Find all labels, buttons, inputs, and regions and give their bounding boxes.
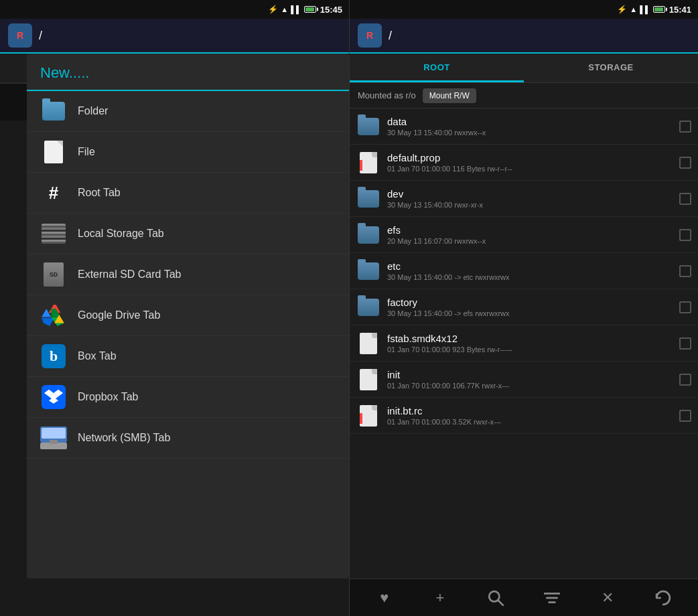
dropbox-icon-container [40, 384, 67, 410]
right-wifi-icon: ▲ [630, 5, 637, 13]
menu-item-dropbox-tab[interactable]: Dropbox Tab [27, 377, 349, 418]
menu-item-box-tab[interactable]: b Box Tab [27, 336, 349, 377]
file-item-dev[interactable]: dev 30 May 13 15:40:00 rwxr-xr-x [350, 181, 698, 217]
right-bottom-bar: ♥ + ✕ [350, 579, 698, 616]
right-app-logo [358, 23, 382, 48]
file-icon-default-prop [356, 151, 380, 175]
file-item-efs[interactable]: efs 20 May 13 16:07:00 rwxrwx--x [350, 217, 698, 253]
menu-label-box-tab: Box Tab [78, 350, 117, 362]
hash-icon: # [49, 184, 58, 202]
folder-icon-etc [356, 259, 380, 283]
file-checkbox-efs[interactable] [679, 229, 691, 241]
menu-label-file: File [78, 146, 95, 158]
network-icon-container [40, 425, 67, 451]
menu-label-network-tab: Network (SMB) Tab [78, 432, 170, 444]
menu-item-local-storage-tab[interactable]: Local Storage Tab [27, 214, 349, 254]
right-filter-icon[interactable] [539, 585, 565, 611]
file-checkbox-etc[interactable] [679, 265, 691, 277]
file-checkbox-dev[interactable] [679, 193, 691, 205]
folder-icon [42, 102, 65, 121]
file-icon-init [356, 368, 380, 392]
signal-icon: ▌▌ [291, 5, 301, 13]
svg-rect-1 [42, 428, 66, 439]
menu-item-folder[interactable]: Folder [27, 91, 349, 132]
file-item-factory[interactable]: factory 30 May 13 15:40:00 -> efs rwxrwx… [350, 289, 698, 325]
file-name-default-prop: default.prop [387, 152, 673, 163]
file-item-etc[interactable]: etc 30 May 13 15:40:00 -> etc rwxrwxrwx [350, 253, 698, 289]
gdrive-icon-container [40, 302, 67, 329]
storage-icon-container [40, 220, 67, 247]
right-battery-icon [653, 6, 665, 13]
mount-rw-button[interactable]: Mount R/W [423, 88, 476, 103]
file-meta-fstab: 01 Jan 70 01:00:00 923 Bytes rw-r----- [387, 345, 673, 354]
file-checkbox-default-prop[interactable] [679, 157, 691, 169]
file-checkbox-data[interactable] [679, 121, 691, 133]
file-icon-init-bt-rc [356, 404, 380, 428]
menu-label-local-storage-tab: Local Storage Tab [78, 228, 164, 240]
storage-icon [42, 224, 66, 244]
file-name-init-bt-rc: init.bt.rc [387, 405, 673, 416]
battery-icon [304, 6, 316, 13]
right-tab-bar: ROOT STORAGE [350, 54, 698, 83]
file-meta-data: 30 May 13 15:40:00 rwxrwx--x [387, 129, 673, 137]
folder-icon-efs [356, 223, 380, 247]
file-meta-init: 01 Jan 70 01:00:00 106.77K rwxr-x--- [387, 382, 673, 390]
sd-icon [44, 262, 64, 287]
right-panel: ⚡ ▲ ▌▌ 15:41 / ROOT STORAGE Mounted as r… [349, 0, 698, 616]
overlay-header: New..... [27, 54, 349, 91]
file-item-default-prop[interactable]: default.prop 01 Jan 70 01:00:00 116 Byte… [350, 145, 698, 181]
left-status-icons: ⚡ ▲ ▌▌ [268, 5, 316, 14]
file-item-init-bt-rc[interactable]: init.bt.rc 01 Jan 70 01:00:00 3.52K rwxr… [350, 398, 698, 434]
svg-rect-3 [50, 440, 58, 444]
dropbox-icon [42, 385, 66, 409]
overlay-title: New..... [40, 64, 89, 81]
gdrive-icon [42, 305, 66, 326]
right-tab-storage[interactable]: STORAGE [524, 54, 698, 82]
file-checkbox-init-bt-rc[interactable] [679, 410, 691, 422]
right-favorite-icon[interactable]: ♥ [371, 585, 398, 611]
file-checkbox-init[interactable] [679, 374, 691, 386]
hash-icon-container: # [40, 179, 67, 206]
menu-item-root-tab[interactable]: # Root Tab [27, 173, 349, 214]
file-item-init[interactable]: init 01 Jan 70 01:00:00 106.77K rwxr-x--… [350, 362, 698, 398]
menu-label-root-tab: Root Tab [78, 187, 121, 199]
file-meta-dev: 30 May 13 15:40:00 rwxr-xr-x [387, 201, 673, 209]
new-menu-overlay: New..... Folder File # Root Tab [27, 54, 349, 579]
charging-icon: ⚡ [268, 5, 278, 14]
file-name-factory: factory [387, 297, 673, 308]
right-search-icon[interactable] [482, 585, 509, 611]
menu-label-dropbox-tab: Dropbox Tab [78, 391, 138, 403]
file-item-data[interactable]: data 30 May 13 15:40:00 rwxrwx--x [350, 108, 698, 145]
wifi-icon: ▲ [281, 5, 288, 13]
mount-bar: Mounted as r/o Mount R/W [350, 83, 698, 108]
file-name-init: init [387, 369, 673, 380]
right-close-icon[interactable]: ✕ [594, 585, 621, 611]
file-name-etc: etc [387, 260, 673, 272]
menu-label-external-sd-tab: External SD Card Tab [78, 268, 181, 281]
folder-icon-factory [356, 295, 380, 319]
mount-status-text: Mounted as r/o [358, 90, 416, 100]
file-meta-efs: 20 May 13 16:07:00 rwxrwx--x [387, 237, 673, 245]
folder-icon-data [356, 114, 380, 139]
left-app-title: / [39, 29, 42, 43]
right-status-time: 15:41 [669, 5, 691, 15]
sd-icon-container [40, 261, 67, 288]
left-app-bar: / [0, 19, 349, 54]
menu-item-external-sd-tab[interactable]: External SD Card Tab [27, 254, 349, 295]
file-icon [44, 141, 63, 163]
left-status-time: 15:45 [320, 5, 342, 15]
file-name-data: data [387, 116, 673, 127]
file-checkbox-fstab[interactable] [679, 337, 691, 350]
box-icon: b [42, 344, 66, 368]
menu-item-google-drive-tab[interactable]: Google Drive Tab [27, 295, 349, 336]
menu-item-file[interactable]: File [27, 132, 349, 173]
menu-item-network-tab[interactable]: Network (SMB) Tab [27, 418, 349, 459]
file-name-dev: dev [387, 188, 673, 200]
right-status-bar: ⚡ ▲ ▌▌ 15:41 [350, 0, 698, 19]
right-refresh-icon[interactable] [650, 585, 677, 611]
file-checkbox-factory[interactable] [679, 301, 691, 313]
right-add-icon[interactable]: + [427, 585, 453, 611]
file-icon-fstab [356, 331, 380, 356]
right-tab-root[interactable]: ROOT [350, 54, 524, 82]
file-item-fstab[interactable]: fstab.smdk4x12 01 Jan 70 01:00:00 923 By… [350, 325, 698, 362]
